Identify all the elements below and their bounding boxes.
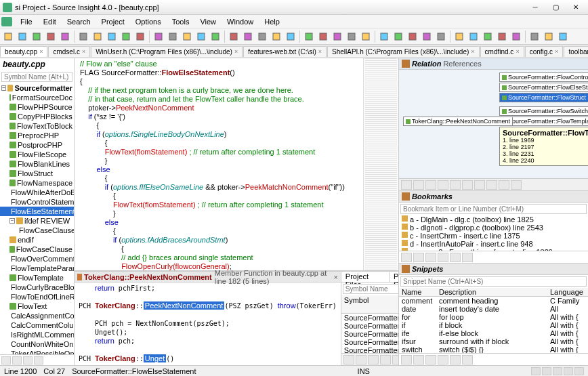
menu-file[interactable]: File — [15, 16, 38, 27]
menu-project[interactable]: Project — [96, 16, 130, 27]
toolbar-button[interactable] — [509, 30, 523, 43]
tree-item[interactable]: CalcCommentColum — [0, 320, 74, 330]
toolbar-button[interactable] — [58, 30, 72, 43]
project-search[interactable] — [343, 284, 398, 294]
toolbar-button[interactable] — [420, 30, 434, 43]
toolbar-button[interactable] — [209, 30, 222, 43]
project-row[interactable]: SourceFormatter::FlowCurlyBraceBlockbeau… — [341, 338, 398, 346]
rel-btn[interactable] — [450, 180, 461, 190]
tree-item[interactable]: −ifdef REVIEW — [0, 216, 74, 226]
tree-root[interactable]: −Sourceformatter — [0, 83, 74, 93]
code-editor[interactable]: // Flow an "else" clauseFLAG SourceForma… — [75, 58, 363, 270]
toolbar-button[interactable] — [77, 30, 90, 43]
toolbar-button[interactable] — [331, 30, 344, 43]
toolbar-button[interactable] — [359, 30, 373, 43]
status-icon[interactable] — [542, 367, 551, 375]
panel-btn[interactable] — [23, 356, 33, 364]
tab-project-symbols[interactable]: Project Symbols — [390, 272, 398, 282]
tree-item[interactable]: FlowText — [0, 301, 74, 311]
tree-item[interactable]: FlowPHPSource — [0, 102, 74, 112]
toolbar-button[interactable] — [44, 30, 58, 43]
rel-btn[interactable] — [413, 180, 424, 190]
sn-btn[interactable] — [462, 355, 473, 364]
snippet-row[interactable]: forfor loopAll with { — [399, 313, 588, 321]
tree-item[interactable]: FlowCurlyBraceBloc — [0, 283, 74, 292]
close-icon[interactable]: × — [39, 48, 43, 55]
sn-btn[interactable] — [425, 355, 436, 364]
toolbar-button[interactable] — [194, 30, 208, 43]
sn-btn[interactable] — [413, 355, 424, 364]
relation-node[interactable]: SourceFormatter::FlowControlStatemen — [499, 72, 588, 82]
bookmark-search[interactable] — [400, 204, 587, 214]
tree-item[interactable]: FlowBlankLines — [0, 159, 74, 169]
rel-btn[interactable] — [425, 180, 436, 190]
file-tab[interactable]: config.c× — [525, 46, 564, 57]
bm-btn[interactable] — [401, 253, 412, 262]
snippet-row[interactable]: ifsursurround with if blockAll with { — [399, 337, 588, 346]
panel-btn[interactable] — [12, 356, 22, 364]
toolbar-button[interactable] — [91, 30, 104, 43]
panel-btn[interactable] — [34, 356, 43, 364]
toolbar-button[interactable] — [345, 30, 358, 43]
proj-btn[interactable] — [356, 355, 366, 364]
tree-item[interactable]: FormatSourceDoc — [0, 93, 74, 102]
toolbar-button[interactable] — [16, 30, 29, 43]
menu-options[interactable]: Options — [130, 16, 167, 27]
tree-item[interactable]: FlowElseStatement — [0, 207, 74, 216]
close-icon[interactable]: × — [555, 48, 558, 55]
tree-item[interactable]: FlowFileScope — [0, 150, 74, 159]
rel-btn[interactable] — [486, 180, 497, 190]
tree-item[interactable]: PostprocPHP — [0, 140, 74, 150]
close-icon[interactable]: × — [333, 273, 337, 281]
bookmark-row[interactable]: b - dlgnoti - dlgprop.c (toolbox) line 2… — [399, 224, 588, 232]
toolbar-button[interactable] — [392, 30, 405, 43]
sn-btn[interactable] — [450, 355, 461, 364]
project-list[interactable]: SourceFormatter::FlowCommentsAndNewLineb… — [341, 314, 398, 353]
panel-btn[interactable] — [1, 356, 11, 364]
tree-item[interactable]: CopyPHPBlocks — [0, 112, 74, 121]
menu-tools[interactable]: Tools — [167, 16, 195, 27]
toolbar-button[interactable] — [255, 30, 269, 43]
bookmark-row[interactable]: d - InsertInAutoPair - insert.c line 948 — [399, 240, 588, 248]
toolbar-button[interactable] — [284, 30, 297, 43]
close-icon[interactable]: × — [234, 48, 238, 55]
snippet-row[interactable]: commentcomment headingC Family — [399, 297, 588, 305]
minimap[interactable] — [363, 58, 398, 270]
menu-search[interactable]: Search — [62, 16, 96, 27]
tree-item[interactable]: FlowCaseClause1 — [0, 226, 74, 235]
symbol-search[interactable] — [1, 72, 72, 82]
bm-btn[interactable] — [425, 253, 436, 262]
rel-btn[interactable] — [438, 180, 448, 190]
toolbar-button[interactable] — [105, 30, 119, 43]
menu-window[interactable]: Window — [222, 16, 259, 27]
bm-btn[interactable] — [438, 253, 448, 262]
tree-item[interactable]: FlowToEndOfLineRa — [0, 292, 74, 301]
tree-item[interactable]: FlowControlStatem — [0, 197, 74, 207]
tab-project-files[interactable]: Project Files — [341, 272, 390, 282]
project-row[interactable]: SourceFormatter::FlowControlStatementbea… — [341, 322, 398, 330]
file-tab[interactable]: features-web.txt (C:\si)× — [243, 46, 327, 57]
tree-item[interactable]: endif — [0, 235, 74, 245]
toolbar-button[interactable] — [481, 30, 495, 43]
status-icon[interactable] — [531, 367, 541, 375]
bookmark-list[interactable]: a - DlgMain - dlg.c (toolbox) line 1825b… — [399, 215, 588, 251]
toolbar-button[interactable] — [467, 30, 480, 43]
maximize-button[interactable]: ▢ — [546, 1, 565, 14]
snippet-row[interactable]: ifif blockAll with { — [399, 321, 588, 329]
project-row[interactable]: SourceFormatter::FlowCommentsAndNewLineb… — [341, 314, 398, 322]
menu-view[interactable]: View — [194, 16, 222, 27]
tree-item[interactable]: PreprocPHP — [0, 131, 74, 140]
snippet-row[interactable]: dateinsert today's dateAll — [399, 305, 588, 313]
menu-help[interactable]: Help — [259, 16, 285, 27]
rel-btn[interactable] — [499, 180, 509, 190]
rel-btn[interactable] — [511, 180, 522, 190]
tree-item[interactable]: FlowTemplateParam — [0, 264, 74, 273]
toolbar-button[interactable] — [556, 30, 570, 43]
tree-item[interactable]: FlowOverComment — [0, 254, 74, 264]
status-icon[interactable] — [553, 367, 562, 375]
toolbar-button[interactable] — [495, 30, 509, 43]
snippet-row[interactable]: ifeif-else blockAll with { — [399, 329, 588, 337]
status-icon[interactable] — [564, 367, 573, 375]
tree-item[interactable]: FlowTextToBlock — [0, 121, 74, 131]
toolbar-button[interactable] — [542, 30, 555, 43]
